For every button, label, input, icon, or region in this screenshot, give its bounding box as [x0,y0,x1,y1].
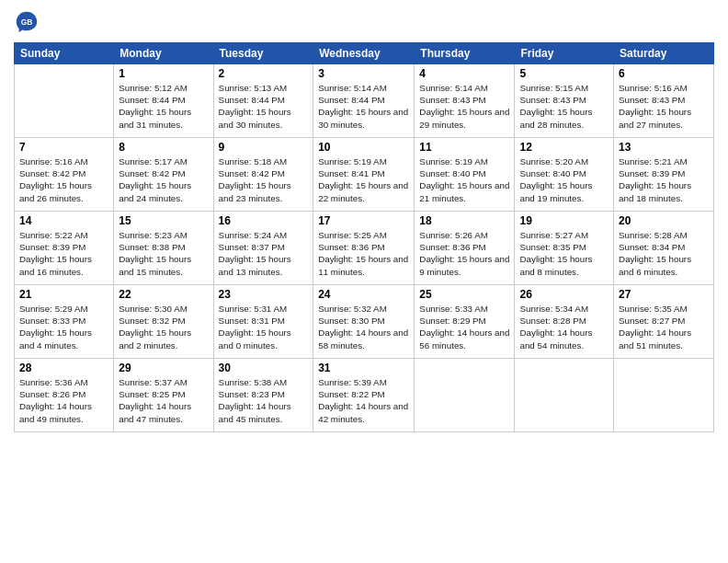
day-info: Sunrise: 5:28 AM Sunset: 8:34 PM Dayligh… [619,229,709,278]
calendar-cell: 27Sunrise: 5:35 AM Sunset: 8:27 PM Dayli… [614,285,714,359]
calendar-cell: 28Sunrise: 5:36 AM Sunset: 8:26 PM Dayli… [15,359,114,432]
day-info: Sunrise: 5:22 AM Sunset: 8:39 PM Dayligh… [19,229,108,278]
logo-icon: GB [14,9,40,35]
calendar-cell: 13Sunrise: 5:21 AM Sunset: 8:39 PM Dayli… [614,138,714,212]
calendar-cell: 21Sunrise: 5:29 AM Sunset: 8:33 PM Dayli… [15,285,114,359]
calendar-cell: 4Sunrise: 5:14 AM Sunset: 8:43 PM Daylig… [415,64,515,138]
day-number: 25 [419,288,509,301]
logo: GB [14,9,43,35]
day-info: Sunrise: 5:19 AM Sunset: 8:41 PM Dayligh… [318,155,409,204]
calendar-cell: 19Sunrise: 5:27 AM Sunset: 8:35 PM Dayli… [515,212,614,285]
calendar-cell [15,64,114,138]
day-info: Sunrise: 5:14 AM Sunset: 8:43 PM Dayligh… [419,82,509,131]
day-info: Sunrise: 5:25 AM Sunset: 8:36 PM Dayligh… [318,229,409,278]
day-number: 10 [318,141,409,154]
header-saturday: Saturday [614,43,714,64]
day-info: Sunrise: 5:15 AM Sunset: 8:43 PM Dayligh… [519,82,609,131]
calendar-cell: 15Sunrise: 5:23 AM Sunset: 8:38 PM Dayli… [114,212,213,285]
calendar-cell: 10Sunrise: 5:19 AM Sunset: 8:41 PM Dayli… [313,138,415,212]
calendar-cell: 17Sunrise: 5:25 AM Sunset: 8:36 PM Dayli… [313,212,415,285]
header-tuesday: Tuesday [213,43,313,64]
day-number: 23 [219,288,309,301]
day-number: 27 [619,288,709,301]
day-info: Sunrise: 5:26 AM Sunset: 8:36 PM Dayligh… [419,229,509,278]
day-number: 22 [119,288,208,301]
calendar-cell: 30Sunrise: 5:38 AM Sunset: 8:23 PM Dayli… [213,359,313,432]
day-number: 1 [119,67,208,80]
calendar-cell [415,359,515,432]
calendar-cell: 29Sunrise: 5:37 AM Sunset: 8:25 PM Dayli… [114,359,213,432]
day-info: Sunrise: 5:29 AM Sunset: 8:33 PM Dayligh… [19,303,108,351]
day-info: Sunrise: 5:24 AM Sunset: 8:37 PM Dayligh… [219,229,309,278]
day-info: Sunrise: 5:16 AM Sunset: 8:43 PM Dayligh… [619,82,709,131]
calendar-cell: 12Sunrise: 5:20 AM Sunset: 8:40 PM Dayli… [515,138,614,212]
day-info: Sunrise: 5:18 AM Sunset: 8:42 PM Dayligh… [219,155,309,204]
day-number: 8 [119,141,208,154]
day-number: 7 [19,141,108,154]
day-number: 30 [219,362,309,374]
day-number: 20 [619,214,709,227]
calendar-cell: 22Sunrise: 5:30 AM Sunset: 8:32 PM Dayli… [114,285,213,359]
day-info: Sunrise: 5:17 AM Sunset: 8:42 PM Dayligh… [119,155,208,204]
calendar-cell: 1Sunrise: 5:12 AM Sunset: 8:44 PM Daylig… [114,64,213,138]
day-number: 29 [119,362,208,374]
day-number: 26 [519,288,609,301]
day-info: Sunrise: 5:37 AM Sunset: 8:25 PM Dayligh… [119,376,208,425]
day-number: 11 [419,141,509,154]
calendar-cell: 16Sunrise: 5:24 AM Sunset: 8:37 PM Dayli… [213,212,313,285]
day-number: 16 [219,214,309,227]
day-info: Sunrise: 5:20 AM Sunset: 8:40 PM Dayligh… [519,155,609,204]
calendar-cell: 3Sunrise: 5:14 AM Sunset: 8:44 PM Daylig… [313,64,415,138]
day-number: 21 [19,288,108,301]
calendar-cell: 5Sunrise: 5:15 AM Sunset: 8:43 PM Daylig… [515,64,614,138]
calendar-cell: 7Sunrise: 5:16 AM Sunset: 8:42 PM Daylig… [15,138,114,212]
week-row-5: 28Sunrise: 5:36 AM Sunset: 8:26 PM Dayli… [15,359,714,432]
weekday-header-row: Sunday Monday Tuesday Wednesday Thursday… [15,43,714,64]
day-number: 19 [519,214,609,227]
day-info: Sunrise: 5:33 AM Sunset: 8:29 PM Dayligh… [419,303,509,351]
header-wednesday: Wednesday [313,43,415,64]
calendar-cell: 20Sunrise: 5:28 AM Sunset: 8:34 PM Dayli… [614,212,714,285]
week-row-2: 7Sunrise: 5:16 AM Sunset: 8:42 PM Daylig… [15,138,714,212]
day-info: Sunrise: 5:16 AM Sunset: 8:42 PM Dayligh… [19,155,108,204]
day-info: Sunrise: 5:19 AM Sunset: 8:40 PM Dayligh… [419,155,509,204]
calendar-cell: 23Sunrise: 5:31 AM Sunset: 8:31 PM Dayli… [213,285,313,359]
day-number: 3 [318,67,409,80]
header-friday: Friday [515,43,614,64]
day-number: 17 [318,214,409,227]
day-info: Sunrise: 5:27 AM Sunset: 8:35 PM Dayligh… [519,229,609,278]
calendar-cell: 24Sunrise: 5:32 AM Sunset: 8:30 PM Dayli… [313,285,415,359]
header-thursday: Thursday [415,43,515,64]
day-info: Sunrise: 5:31 AM Sunset: 8:31 PM Dayligh… [219,303,309,351]
svg-text:GB: GB [21,17,33,27]
day-number: 24 [318,288,409,301]
day-number: 18 [419,214,509,227]
day-info: Sunrise: 5:30 AM Sunset: 8:32 PM Dayligh… [119,303,208,351]
day-number: 13 [619,141,709,154]
calendar-cell: 18Sunrise: 5:26 AM Sunset: 8:36 PM Dayli… [415,212,515,285]
day-number: 6 [619,67,709,80]
calendar-cell: 6Sunrise: 5:16 AM Sunset: 8:43 PM Daylig… [614,64,714,138]
day-number: 9 [219,141,309,154]
calendar-cell: 8Sunrise: 5:17 AM Sunset: 8:42 PM Daylig… [114,138,213,212]
calendar-cell: 14Sunrise: 5:22 AM Sunset: 8:39 PM Dayli… [15,212,114,285]
day-info: Sunrise: 5:23 AM Sunset: 8:38 PM Dayligh… [119,229,208,278]
week-row-1: 1Sunrise: 5:12 AM Sunset: 8:44 PM Daylig… [15,64,714,138]
calendar-cell [614,359,714,432]
calendar-cell: 11Sunrise: 5:19 AM Sunset: 8:40 PM Dayli… [415,138,515,212]
day-number: 5 [519,67,609,80]
day-info: Sunrise: 5:12 AM Sunset: 8:44 PM Dayligh… [119,82,208,131]
calendar-cell: 31Sunrise: 5:39 AM Sunset: 8:22 PM Dayli… [313,359,415,432]
page-container: GB Sunday Monday Tuesday Wednesday Thurs… [0,0,728,563]
day-info: Sunrise: 5:36 AM Sunset: 8:26 PM Dayligh… [19,376,108,425]
day-info: Sunrise: 5:32 AM Sunset: 8:30 PM Dayligh… [318,303,409,351]
day-info: Sunrise: 5:14 AM Sunset: 8:44 PM Dayligh… [318,82,409,131]
day-number: 4 [419,67,509,80]
day-number: 31 [318,362,409,374]
header-sunday: Sunday [15,43,114,64]
calendar-cell: 26Sunrise: 5:34 AM Sunset: 8:28 PM Dayli… [515,285,614,359]
day-info: Sunrise: 5:21 AM Sunset: 8:39 PM Dayligh… [619,155,709,204]
day-number: 12 [519,141,609,154]
day-info: Sunrise: 5:35 AM Sunset: 8:27 PM Dayligh… [619,303,709,351]
calendar-table: Sunday Monday Tuesday Wednesday Thursday… [14,42,714,432]
